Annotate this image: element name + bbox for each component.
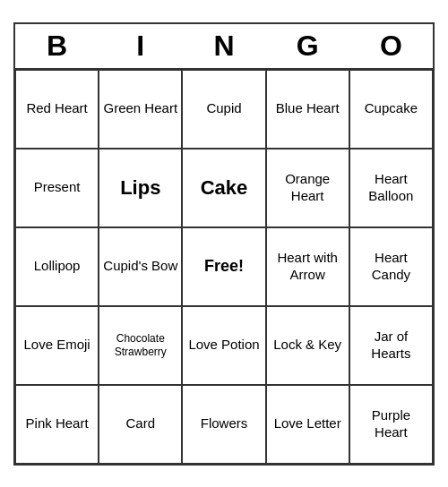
bingo-cell: Orange Heart (266, 149, 349, 227)
bingo-grid: Red HeartGreen HeartCupidBlue HeartCupca… (15, 70, 433, 464)
bingo-cell: Red Heart (15, 70, 99, 149)
bingo-cell: Love Potion (182, 306, 265, 385)
bingo-header: BINGO (15, 24, 433, 70)
bingo-cell: Cake (182, 149, 265, 227)
bingo-cell: Free! (182, 227, 265, 306)
bingo-cell: Card (99, 385, 182, 464)
header-letter: B (15, 24, 99, 68)
bingo-cell: Lips (99, 149, 182, 227)
bingo-cell: Cupcake (349, 70, 433, 149)
bingo-cell: Blue Heart (266, 70, 349, 149)
bingo-cell: Chocolate Strawberry (99, 306, 182, 385)
bingo-cell: Present (15, 149, 99, 227)
bingo-cell: Heart Candy (349, 227, 433, 306)
bingo-cell: Green Heart (99, 70, 182, 149)
bingo-cell: Jar of Hearts (349, 306, 433, 385)
bingo-cell: Purple Heart (349, 385, 433, 464)
bingo-cell: Lollipop (15, 227, 99, 306)
bingo-cell: Flowers (182, 385, 265, 464)
bingo-cell: Heart with Arrow (266, 227, 349, 306)
bingo-cell: Lock & Key (266, 306, 349, 385)
header-letter: N (182, 24, 265, 68)
bingo-cell: Pink Heart (15, 385, 99, 464)
bingo-cell: Cupid's Bow (99, 227, 182, 306)
bingo-cell: Love Emoji (15, 306, 99, 385)
bingo-cell: Cupid (182, 70, 265, 149)
bingo-cell: Love Letter (266, 385, 349, 464)
header-letter: I (99, 24, 182, 68)
header-letter: G (266, 24, 349, 68)
bingo-card: BINGO Red HeartGreen HeartCupidBlue Hear… (13, 22, 435, 466)
header-letter: O (349, 24, 433, 68)
bingo-cell: Heart Balloon (349, 149, 433, 227)
